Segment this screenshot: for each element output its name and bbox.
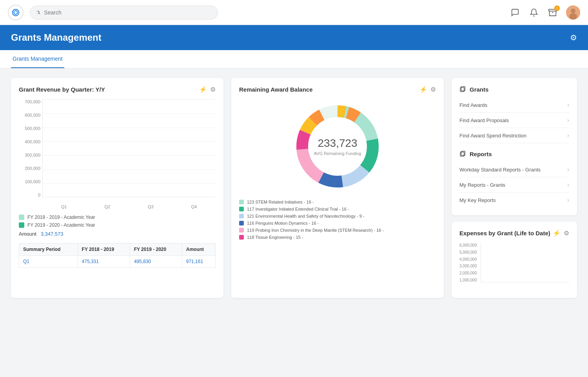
menu-workday-reports[interactable]: Workday Standard Reports - Grants › [459,162,569,177]
legend-text-2: 117 Investigator Initiated Extended Clin… [247,207,349,211]
donut-legend-6: 118 Tissue Engineering - 15 - [239,235,436,240]
donut-center: 233,723 AVG Remaining Funding [314,137,361,156]
menu-my-reports[interactable]: My Reports - Grants › [459,177,569,193]
workday-reports-label: Workday Standard Reports - Grants [459,167,541,173]
filter-icon[interactable]: ⚡ [199,86,207,93]
bar-chart-area: 700,000 600,000 500,000 400,000 300,000 … [19,99,216,209]
donut-chart-actions: ⚡ ⚙ [419,86,436,93]
legend-text-3: 121 Environmental Health and Safety of N… [247,214,365,218]
page-title: Grants Management [11,32,102,43]
exp-bars-container [481,243,569,282]
nav-right: 2 [510,5,580,20]
legend-dot-1 [19,215,24,220]
find-award-spend-label: Find Award Spend Restriction [459,133,526,139]
donut-legend-4: 116 Penguins Motion Dynamics - 16 - [239,221,436,225]
workday-reports-chevron: › [567,166,569,173]
donut-legend-1: 123 STEM Related Initiatives - 16 - [239,200,436,204]
bar-chart-card: Grant Revenue by Quarter: Y/Y ⚡ ⚙ 700,00… [11,78,223,298]
donut-legend-2: 117 Investigator Initiated Extended Clin… [239,207,436,211]
page-header: Grants Management ⚙ [0,25,588,50]
legend-text-5: 119 Probing Iron Chemistry in the Deep M… [247,228,384,233]
grants-section-label: Grants [470,86,488,93]
find-awards-chevron: › [567,101,569,108]
menu-find-award-spend[interactable]: Find Award Spend Restriction › [459,128,569,143]
y-axis-labels: 700,000 600,000 500,000 400,000 300,000 … [19,99,40,197]
td-amt: 971,161 [182,256,215,268]
notification-icon[interactable] [528,7,539,18]
menu-my-key-reports[interactable]: My Key Reports › [459,193,569,207]
legend-label-1: FY 2018 - 2019 - Academic Year [27,215,95,220]
th-summary-period: Summary Period [19,244,78,256]
search-bar[interactable] [30,5,218,20]
chart-legend: FY 2018 - 2019 - Academic Year FY 2019 -… [19,215,216,228]
find-award-proposals-label: Find Award Proposals [459,117,509,123]
donut-container: 233,723 AVG Remaining Funding [239,99,436,193]
expenses-filter-icon[interactable]: ⚡ [553,229,561,237]
find-award-spend-chevron: › [567,132,569,139]
search-icon [36,10,41,15]
tab-grants-management[interactable]: Grants Management [11,50,64,68]
legend-color-1 [239,200,244,204]
legend-color-2 [239,207,244,211]
my-key-reports-label: My Key Reports [459,197,495,203]
bar-groups [42,99,216,197]
legend-text-6: 118 Tissue Engineering - 15 - [247,235,303,240]
my-key-reports-chevron: › [567,197,569,204]
donut-chart-title: Remaining Award Balance [239,86,313,93]
donut-value: 233,723 [314,137,361,150]
tab-bar: Grants Management [0,50,588,69]
legend-color-6 [239,235,244,240]
expenses-settings-icon[interactable]: ⚙ [564,229,569,237]
settings-icon[interactable]: ⚙ [570,33,577,42]
inbox-badge: 2 [554,5,560,11]
legend-color-5 [239,228,244,233]
th-fy-2019: FY 2019 - 2020 [130,244,182,256]
donut-legend-5: 119 Probing Iron Chemistry in the Deep M… [239,228,436,233]
amount-label: Amount [19,231,36,237]
search-input[interactable] [44,9,212,16]
bar-chart-settings-icon[interactable]: ⚙ [210,86,216,93]
expenses-chart-area: 6,000,000 5,000,000 4,000,000 3,000,000 … [459,243,569,290]
find-award-proposals-chevron: › [567,117,569,124]
legend-label-2: FY 2019 - 2020 - Academic Year [27,222,95,228]
inbox-icon[interactable]: 2 [547,7,558,18]
reports-section-title: Reports [459,150,569,157]
legend-item-1: FY 2018 - 2019 - Academic Year [19,215,216,220]
menu-find-awards[interactable]: Find Awards › [459,97,569,113]
main-content: Grant Revenue by Quarter: Y/Y ⚡ ⚙ 700,00… [0,69,588,307]
my-reports-chevron: › [567,181,569,188]
expenses-chart-card: Expenses by Grant (Life to Date) ⚡ ⚙ 6,0… [452,222,577,298]
td-fy19: 495,830 [130,256,182,268]
svg-point-3 [571,9,575,13]
td-fy18: 475,331 [78,256,130,268]
x-axis-labels: Q1 Q2 Q3 Q4 [42,204,216,209]
grants-section-title: Grants [459,86,569,93]
right-panel: Grants Find Awards › Find Award Proposal… [452,78,577,298]
user-avatar[interactable] [566,5,580,20]
donut-filter-icon[interactable]: ⚡ [419,86,427,93]
grants-links-card: Grants Find Awards › Find Award Proposal… [452,78,577,215]
expenses-chart-header: Expenses by Grant (Life to Date) ⚡ ⚙ [459,229,569,237]
donut-label: AVG Remaining Funding [314,151,361,156]
menu-find-award-proposals[interactable]: Find Award Proposals › [459,113,569,128]
td-period[interactable]: Q1 [19,256,78,268]
my-reports-label: My Reports - Grants [459,182,505,188]
workday-logo [8,5,24,20]
svg-point-4 [569,13,577,20]
legend-item-2: FY 2019 - 2020 - Academic Year [19,222,216,228]
legend-dot-2 [19,222,24,228]
bar-chart-title: Grant Revenue by Quarter: Y/Y [19,86,105,93]
chat-icon[interactable] [510,7,521,18]
summary-table: Summary Period FY 2018 - 2019 FY 2019 - … [19,243,216,268]
donut-settings-icon[interactable]: ⚙ [430,86,436,93]
legend-color-4 [239,221,244,225]
legend-color-3 [239,214,244,218]
amount-line: Amount 3,347,573 [19,231,216,237]
top-nav: 2 [0,0,588,25]
donut-legend: 123 STEM Related Initiatives - 16 - 117 … [239,200,436,240]
donut-legend-3: 121 Environmental Health and Safety of N… [239,214,436,218]
find-awards-label: Find Awards [459,102,487,108]
bar-chart-header: Grant Revenue by Quarter: Y/Y ⚡ ⚙ [19,86,216,93]
bar-chart-actions: ⚡ ⚙ [199,86,216,93]
amount-value: 3,347,573 [41,231,64,237]
